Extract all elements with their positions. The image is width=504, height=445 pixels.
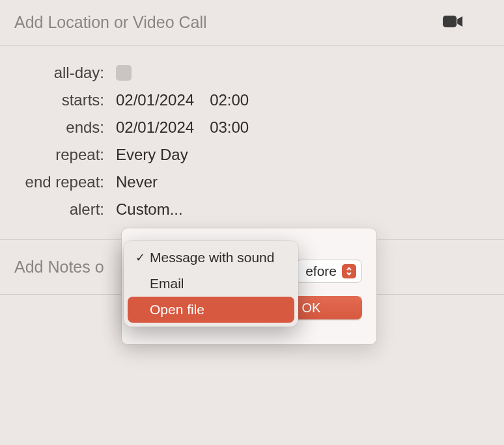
starts-time[interactable]: 02:00 — [210, 91, 249, 109]
starts-date[interactable]: 02/01/2024 — [116, 91, 194, 109]
alert-type-item-open-file[interactable]: Open file — [128, 297, 294, 323]
svg-rect-0 — [443, 16, 456, 27]
repeat-value[interactable]: Every Day — [116, 146, 188, 164]
all-day-label: all-day: — [0, 64, 111, 82]
alert-label: alert: — [0, 200, 111, 219]
alert-value[interactable]: Custom... — [116, 200, 183, 219]
chevron-up-down-icon — [342, 264, 356, 278]
alert-timing-label: efore — [305, 263, 337, 279]
alert-type-label: Message with sound — [150, 250, 274, 265]
notes-input-placeholder[interactable]: Add Notes o — [14, 258, 104, 276]
starts-label: starts: — [0, 91, 111, 109]
alert-type-label: Email — [150, 276, 184, 291]
ends-label: ends: — [0, 118, 111, 137]
checkmark-icon: ✓ — [133, 250, 147, 265]
event-details: all-day: starts: 02/01/2024 02:00 ends: … — [0, 46, 504, 240]
alert-timing-select[interactable]: efore — [296, 260, 362, 283]
ok-button-label: OK — [302, 301, 321, 316]
all-day-checkbox[interactable] — [116, 65, 132, 81]
end-repeat-value[interactable]: Never — [116, 173, 158, 191]
ends-date[interactable]: 02/01/2024 — [116, 118, 194, 137]
starts-row: starts: 02/01/2024 02:00 — [0, 91, 504, 109]
video-call-icon[interactable] — [443, 14, 490, 32]
ends-time[interactable]: 03:00 — [210, 118, 249, 137]
alert-row: alert: Custom... — [0, 200, 504, 219]
all-day-row: all-day: — [0, 64, 504, 82]
alert-type-item-message-sound[interactable]: ✓ Message with sound — [128, 245, 294, 271]
location-video-bar: Add Location or Video Call — [0, 0, 504, 46]
repeat-label: repeat: — [0, 146, 111, 164]
repeat-row: repeat: Every Day — [0, 146, 504, 164]
alert-type-menu[interactable]: ✓ Message with sound Email Open file — [124, 241, 298, 327]
alert-type-label: Open file — [150, 302, 204, 317]
location-input-placeholder[interactable]: Add Location or Video Call — [14, 13, 207, 32]
ends-row: ends: 02/01/2024 03:00 — [0, 118, 504, 137]
end-repeat-label: end repeat: — [0, 173, 111, 191]
alert-type-item-email[interactable]: Email — [128, 271, 294, 297]
end-repeat-row: end repeat: Never — [0, 173, 504, 191]
